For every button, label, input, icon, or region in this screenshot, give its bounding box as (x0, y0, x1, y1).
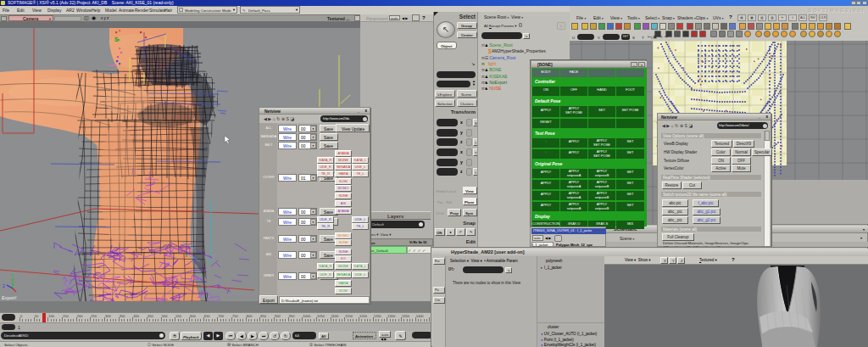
svg-text:Z: Z (3, 284, 5, 288)
svg-text:Y: Y (11, 274, 14, 278)
svg-text:Export!: Export! (2, 295, 17, 300)
svg-text:S: S (114, 36, 119, 42)
